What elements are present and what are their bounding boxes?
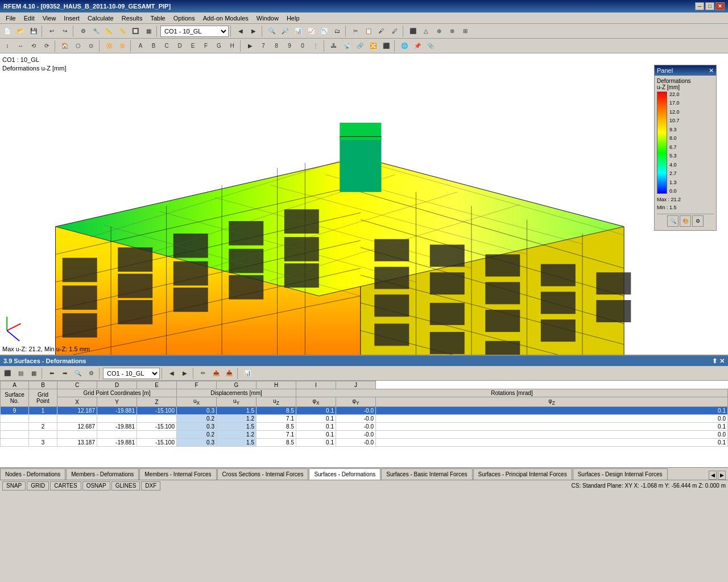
table-cell[interactable] <box>1 439 29 447</box>
tb2-b22[interactable]: 0 <box>296 40 309 52</box>
tb-b1[interactable]: ⚙ <box>77 25 89 38</box>
table-cell[interactable]: 0.1 <box>376 423 728 431</box>
tb2-b4[interactable]: ⟳ <box>40 40 53 52</box>
table-cell[interactable] <box>97 431 137 439</box>
menu-results[interactable]: Results <box>118 14 146 22</box>
table-cell[interactable]: 12.687 <box>57 423 97 431</box>
tb-b6[interactable]: ▦ <box>142 25 155 38</box>
legend-settings-btn[interactable]: ⚙ <box>692 215 704 227</box>
table-cell[interactable]: 0.1 <box>296 407 336 415</box>
tb-new[interactable]: 📄 <box>1 25 14 38</box>
tb2-b11[interactable]: B <box>147 40 160 52</box>
tb2-b25[interactable]: 📡 <box>341 40 353 52</box>
table-cell[interactable] <box>29 415 57 423</box>
tb-c2[interactable]: 🔎 <box>279 25 291 38</box>
table-cell[interactable]: 7.1 <box>257 431 296 439</box>
table-cell[interactable] <box>29 431 57 439</box>
table-tb-6[interactable]: 🔍 <box>72 367 84 380</box>
status-btn-glines[interactable]: GLINES <box>111 481 140 490</box>
tb-e1[interactable]: ⬛ <box>407 25 419 38</box>
status-btn-osnap[interactable]: OSNAP <box>82 481 110 490</box>
tb-c3[interactable]: 📊 <box>292 25 304 38</box>
table-cell[interactable]: -0.0 <box>336 415 376 423</box>
tab-nav-left[interactable]: ◀ <box>709 471 717 480</box>
table-cell[interactable]: -0.0 <box>336 407 376 415</box>
tb-b2[interactable]: 🔧 <box>90 25 102 38</box>
restore-button[interactable]: □ <box>705 2 714 10</box>
menu-calculate[interactable]: Calculate <box>84 14 117 22</box>
table-load-combo[interactable]: CO1 - 10_GL <box>103 368 160 379</box>
table-cell[interactable] <box>137 415 177 423</box>
load-combo[interactable]: CO1 - 10_GL <box>160 26 229 37</box>
bottom-tab[interactable]: Members - Deformations <box>66 468 139 480</box>
tb2-b27[interactable]: 🔀 <box>367 40 379 52</box>
table-cell[interactable]: 0.1 <box>376 439 728 447</box>
tb-d2[interactable]: 📋 <box>362 25 375 38</box>
bottom-tab[interactable]: Cross Sections - Internal Forces <box>217 468 309 480</box>
table-cell[interactable]: -0.0 <box>336 431 376 439</box>
table-cell[interactable]: 0.1 <box>376 407 728 415</box>
tb-open[interactable]: 📂 <box>14 25 27 38</box>
table-cell[interactable]: 1 <box>29 407 57 415</box>
tb2-b10[interactable]: A <box>134 40 147 52</box>
menu-view[interactable]: View <box>39 14 60 22</box>
minimize-button[interactable]: ─ <box>695 2 704 10</box>
status-btn-cartes[interactable]: CARTES <box>50 481 81 490</box>
menu-options[interactable]: Options <box>170 14 198 22</box>
tb2-b12[interactable]: C <box>160 40 173 52</box>
tb2-b17[interactable]: H <box>226 40 238 52</box>
table-cell[interactable] <box>57 415 97 423</box>
table-cell[interactable]: 0.3 <box>177 439 217 447</box>
tb2-b26[interactable]: 🔗 <box>354 40 366 52</box>
table-cell[interactable]: 0.2 <box>177 415 217 423</box>
tb2-b9[interactable]: 🔅 <box>116 40 129 52</box>
table-cell[interactable]: 0.1 <box>296 415 336 423</box>
tb2-b16[interactable]: G <box>213 40 225 52</box>
table-cell[interactable]: 8.5 <box>257 439 296 447</box>
tb2-b28[interactable]: ⬛ <box>380 40 392 52</box>
table-row[interactable]: 0.21.27.10.1-0.00.0 <box>1 431 728 439</box>
tb-undo[interactable]: ↩ <box>46 25 58 38</box>
table-cell[interactable]: 2 <box>29 423 57 431</box>
close-button[interactable]: ✕ <box>715 2 725 10</box>
menu-help[interactable]: Help <box>283 14 303 22</box>
tb-e4[interactable]: ⊗ <box>446 25 458 38</box>
bottom-tab[interactable]: Surfaces - Design Internal Forces <box>573 468 668 480</box>
table-cell[interactable] <box>1 423 29 431</box>
status-btn-dxf[interactable]: DXF <box>141 481 160 490</box>
table-cell[interactable]: 0.0 <box>376 431 728 439</box>
tb2-b1[interactable]: ↕ <box>1 40 14 52</box>
table-cell[interactable]: 13.187 <box>57 439 97 447</box>
table-cell[interactable] <box>1 431 29 439</box>
table-cell[interactable]: 0.1 <box>296 439 336 447</box>
tb-next[interactable]: ▶ <box>247 25 260 38</box>
table-tb-4[interactable]: ⬅ <box>46 367 58 380</box>
legend-zoom-btn[interactable]: 🔍 <box>667 215 679 227</box>
tb-e2[interactable]: △ <box>420 25 432 38</box>
tb2-b13[interactable]: D <box>173 40 186 52</box>
tb2-b29[interactable]: 🌐 <box>398 40 411 52</box>
menu-edit[interactable]: Edit <box>20 14 38 22</box>
legend-close-btn[interactable]: ✕ <box>709 67 714 74</box>
tb2-b7[interactable]: ⊙ <box>85 40 97 52</box>
tb-c5[interactable]: 📉 <box>318 25 330 38</box>
table-cell[interactable]: 8.5 <box>257 407 296 415</box>
table-cell[interactable]: -19.881 <box>97 439 137 447</box>
table-tb-11[interactable]: 📊 <box>241 367 254 380</box>
tb2-b21[interactable]: 9 <box>283 40 296 52</box>
legend-palette-btn[interactable]: 🎨 <box>680 215 691 227</box>
table-cell[interactable]: 8.5 <box>257 423 296 431</box>
table-cell[interactable] <box>137 431 177 439</box>
table-cell[interactable]: -19.881 <box>97 407 137 415</box>
table-cell[interactable]: -15.100 <box>137 407 177 415</box>
tb2-b8[interactable]: 🔆 <box>103 40 115 52</box>
tb2-b2[interactable]: ↔ <box>14 40 27 52</box>
table-tb-1[interactable]: ⬛ <box>1 367 14 380</box>
status-btn-grid[interactable]: GRID <box>27 481 49 490</box>
table-row[interactable]: 9112.187-19.881-15.1000.31.58.50.1-0.00.… <box>1 407 728 415</box>
table-row[interactable]: 313.187-19.881-15.1000.31.58.50.1-0.00.1 <box>1 439 728 447</box>
table-cell[interactable]: 1.5 <box>217 423 257 431</box>
tb-e3[interactable]: ⊕ <box>433 25 445 38</box>
tb2-b18[interactable]: ▶ <box>244 40 257 52</box>
tb2-b6[interactable]: ⬡ <box>72 40 84 52</box>
